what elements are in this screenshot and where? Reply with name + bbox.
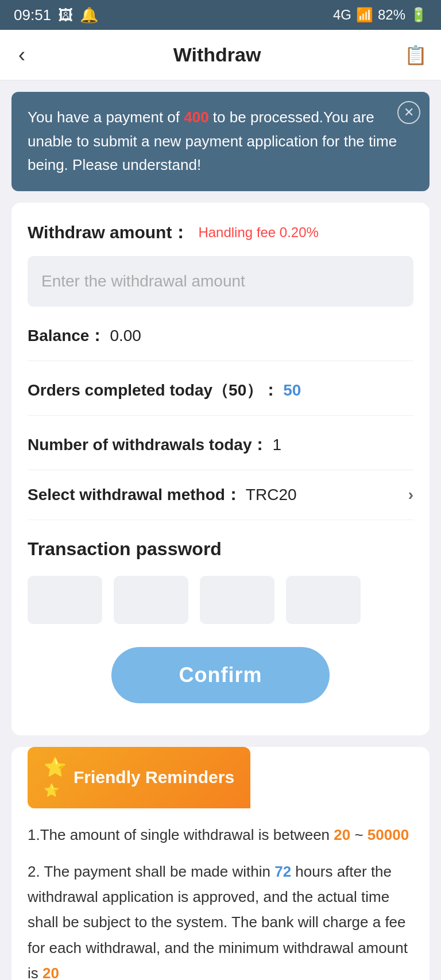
reminder-2-min: 20	[42, 964, 59, 980]
confirm-button[interactable]: Confirm	[111, 647, 330, 703]
close-icon: ✕	[404, 102, 414, 122]
withdraw-amount-label: Withdraw amount： Handling fee 0.20%	[28, 221, 413, 245]
reminder-2-hours: 72	[274, 863, 291, 880]
balance-row: Balance： 0.00	[28, 325, 413, 361]
withdrawals-today-label: Number of withdrawals today：	[28, 434, 268, 456]
notification-icon: 🔔	[80, 6, 98, 24]
history-icon[interactable]: 📋	[404, 44, 427, 66]
status-time: 09:51	[14, 6, 51, 24]
notice-banner: You have a payment of 400 to be processe…	[11, 92, 430, 191]
main-card: Withdraw amount： Handling fee 0.20% Bala…	[11, 203, 430, 735]
withdrawals-today-row: Number of withdrawals today： 1	[28, 434, 413, 470]
reminder-1-max: 50000	[368, 826, 409, 843]
reminder-item-1: 1.The amount of single withdrawal is bet…	[28, 822, 413, 847]
reminder-1-sep: ~	[350, 826, 368, 843]
battery-text: 82%	[378, 7, 405, 23]
reminder-2-before: 2. The payment shall be made within	[28, 863, 274, 880]
withdraw-label-text: Withdraw amount：	[28, 221, 189, 245]
withdraw-amount-input[interactable]	[28, 256, 413, 307]
balance-value: 0.00	[110, 327, 141, 345]
reminder-1-min: 20	[334, 826, 350, 843]
reminder-2-after: hours after the withdrawal application i…	[28, 863, 408, 980]
reminder-1-before: 1.The amount of single withdrawal is bet…	[28, 826, 334, 843]
reminders-header-text: Friendly Reminders	[74, 768, 234, 787]
pin-box-3[interactable]	[200, 576, 274, 624]
pin-box-2[interactable]	[114, 576, 188, 624]
status-left: 09:51 🖼 🔔	[14, 6, 98, 24]
reminders-card: ⭐⭐ Friendly Reminders 1.The amount of si…	[11, 747, 430, 980]
withdrawal-method-left: Select withdrawal method： TRC20	[28, 484, 297, 506]
network-icon: 4G	[333, 7, 351, 23]
top-nav: ‹ Withdraw 📋	[0, 30, 441, 80]
signal-icon: 📶	[356, 7, 373, 23]
notice-close-button[interactable]: ✕	[397, 101, 420, 124]
notice-amount: 400	[184, 109, 208, 126]
status-bar: 09:51 🖼 🔔 4G 📶 82% 🔋	[0, 0, 441, 30]
notice-text-before: You have a payment of	[28, 109, 184, 126]
withdrawal-method-row[interactable]: Select withdrawal method： TRC20 ›	[28, 484, 413, 520]
balance-label: Balance：	[28, 325, 105, 347]
star-icon: ⭐⭐	[44, 756, 67, 799]
battery-icon: 🔋	[410, 7, 427, 23]
pin-boxes-container	[28, 576, 413, 624]
photo-icon: 🖼	[58, 6, 73, 24]
orders-completed-label: Orders completed today（50）：	[28, 379, 278, 401]
withdrawal-method-label: Select withdrawal method：	[28, 484, 241, 506]
transaction-password-title: Transaction password	[28, 539, 413, 560]
page-title: Withdraw	[173, 44, 261, 66]
chevron-right-icon: ›	[408, 486, 413, 504]
reminders-header: ⭐⭐ Friendly Reminders	[28, 747, 250, 808]
orders-completed-row: Orders completed today（50）： 50	[28, 379, 413, 416]
pin-box-1[interactable]	[28, 576, 102, 624]
withdrawals-today-value: 1	[273, 436, 282, 454]
status-right: 4G 📶 82% 🔋	[333, 7, 427, 23]
pin-box-4[interactable]	[286, 576, 361, 624]
orders-completed-value: 50	[283, 381, 301, 400]
withdrawal-method-value: TRC20	[246, 486, 297, 504]
back-button[interactable]: ‹	[14, 38, 30, 72]
reminder-item-2: 2. The payment shall be made within 72 h…	[28, 859, 413, 980]
handling-fee-label: Handling fee 0.20%	[198, 224, 318, 241]
